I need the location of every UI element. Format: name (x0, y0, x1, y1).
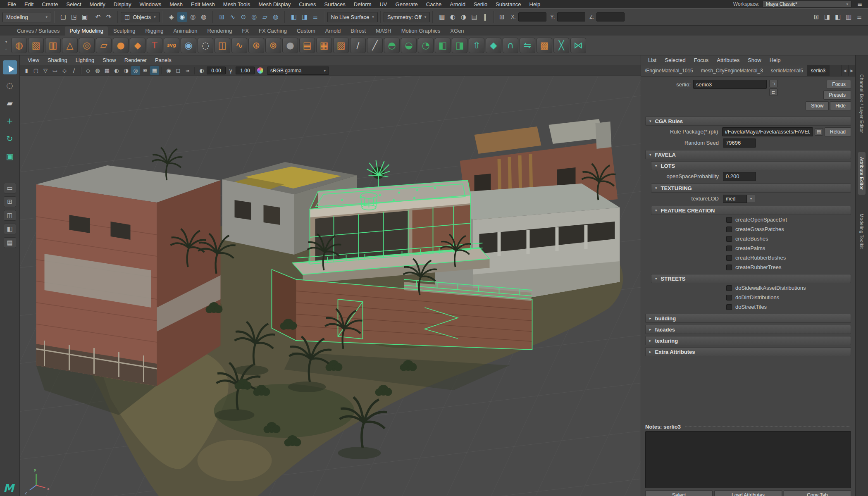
boolean-difference-icon[interactable]: ◒ (401, 38, 417, 53)
shelf-tab[interactable]: XGen (446, 26, 468, 36)
combine-icon[interactable]: ◧ (435, 38, 451, 53)
poly-grid-b-icon[interactable]: ▦ (316, 38, 332, 53)
attribute-editor-menu-item[interactable]: List (644, 57, 660, 63)
poly-super-ellipse-icon[interactable]: ● (282, 38, 298, 53)
poly-disc-icon[interactable]: ● (113, 38, 129, 53)
motion-blur-icon[interactable]: ≋ (141, 66, 150, 75)
shelf-tab[interactable]: Motion Graphics (397, 26, 445, 36)
viewport-menu-item[interactable]: View (24, 57, 43, 63)
menu-item[interactable]: Mesh Display (254, 1, 295, 7)
gamma-icon[interactable]: γ (226, 66, 235, 75)
section-lots[interactable]: ▾ LOTS (651, 161, 851, 170)
menu-item[interactable]: Display (110, 1, 136, 7)
smooth-mesh-icon[interactable]: ◌ (198, 38, 213, 53)
open-space-probability-input[interactable] (723, 172, 756, 181)
poly-cylinder-icon[interactable]: ▥ (45, 38, 61, 53)
color-management-icon[interactable] (257, 67, 263, 74)
mirror-icon[interactable]: ⇋ (520, 38, 535, 53)
toggle-panel-grid-icon[interactable]: ⊞ (811, 12, 821, 22)
platonic-solid-icon[interactable]: ◆ (130, 38, 145, 53)
shelf-menu-icon[interactable]: ▾ (5, 39, 7, 44)
poly-gear-icon[interactable]: ⊛ (248, 38, 264, 53)
viewport-menu-item[interactable]: Renderer (121, 57, 150, 63)
menu-item[interactable]: Help (525, 1, 545, 7)
shelf-tab[interactable]: Animation (169, 26, 202, 36)
snap-to-view-plane-icon[interactable]: ▱ (260, 12, 270, 22)
poly-helix-icon[interactable]: ∿ (231, 38, 247, 53)
side-panel-tab[interactable]: Modeling Toolkit (858, 209, 866, 254)
browse-folder-icon[interactable]: ▤ (815, 128, 823, 136)
snap-to-point-icon[interactable]: ⊙ (238, 12, 248, 22)
paint-select-tool-icon[interactable]: ▰ (3, 96, 17, 110)
tab-scroll-left-icon[interactable]: ◀ (841, 65, 848, 76)
input-connections-icon[interactable]: ◧ (289, 12, 299, 22)
menu-item[interactable]: Generate (391, 1, 422, 7)
select-by-hierarchy-icon[interactable]: ◈ (167, 12, 176, 22)
z-coordinate-input[interactable] (596, 12, 625, 21)
checkbox-row[interactable]: doStreetTiles (726, 302, 851, 312)
snap-to-curve-icon[interactable]: ∿ (228, 12, 238, 22)
shelf-gear-icon[interactable]: ◦ (5, 47, 7, 52)
anti-aliasing-icon[interactable]: ▦ (150, 66, 159, 75)
collapsed-section[interactable]: ▸ building (645, 314, 851, 323)
menu-item[interactable]: Modify (86, 1, 110, 7)
collapsed-section[interactable]: ▸ Extra Attributes (645, 347, 851, 356)
layout-split-pane-icon[interactable]: ◫ (4, 210, 16, 221)
poly-plane-icon[interactable]: ▱ (96, 38, 112, 53)
svg-tool-icon[interactable]: svg (164, 38, 179, 53)
pane-layout-icon[interactable]: ▮ (22, 66, 31, 75)
menu-item[interactable]: Cache (422, 1, 446, 7)
show-button[interactable]: Show (806, 101, 829, 110)
reload-button[interactable]: Reload (825, 127, 851, 136)
menu-set-selector[interactable]: Modeling ▾ (2, 12, 51, 22)
side-panel-tab[interactable]: Channel Box / Layer Editor (858, 69, 866, 138)
menu-item[interactable]: Mesh Tools (219, 1, 255, 7)
checkbox[interactable] (726, 255, 732, 261)
texture-lod-select[interactable]: med (723, 195, 747, 203)
output-connections-icon[interactable]: ◨ (300, 12, 310, 22)
footer-button[interactable]: Select (645, 490, 713, 496)
checkbox-row[interactable]: createGrassPatches (726, 224, 851, 234)
lasso-tool-icon[interactable]: ◌ (3, 78, 17, 92)
attribute-editor-menu-item[interactable]: Selected (661, 57, 689, 63)
target-weld-icon[interactable]: ╳ (553, 38, 569, 53)
menu-item[interactable]: Create (38, 1, 62, 7)
grease-pencil-icon[interactable]: ∕ (69, 66, 79, 75)
checker-deform-icon[interactable]: ▩ (537, 38, 552, 53)
checkbox[interactable] (726, 246, 732, 251)
x-coordinate-input[interactable] (518, 12, 546, 21)
checkbox-row[interactable]: createOpenSpaceDirt (726, 215, 851, 224)
undo-icon[interactable]: ↶ (93, 12, 103, 22)
select-tool-icon[interactable]: ▲ (3, 60, 17, 74)
view-transform-select[interactable]: sRGB gamma ▾ (267, 67, 329, 75)
render-settings-icon[interactable]: ▤ (469, 12, 479, 22)
menu-item[interactable]: File (3, 1, 20, 7)
node-tab[interactable]: serlioMaterial5 (767, 65, 807, 76)
new-scene-icon[interactable]: ▢ (58, 12, 68, 22)
shelf-tab[interactable]: FX (237, 26, 253, 36)
shelf-tab[interactable]: Custom (292, 26, 320, 36)
fog-icon[interactable]: ≈ (183, 66, 192, 75)
snap-to-projected-center-icon[interactable]: ◎ (249, 12, 259, 22)
node-tab[interactable]: /EngineMaterial_1015 (641, 65, 697, 76)
checkbox[interactable] (726, 285, 732, 291)
checkbox-row[interactable]: doDirtDistributions (726, 293, 851, 302)
exposure-input[interactable] (207, 67, 226, 74)
knife-icon[interactable]: ⋈ (570, 38, 586, 53)
shelf-tab[interactable]: Poly Modeling (65, 26, 108, 36)
pin-tab-icon[interactable]: ⊐ (769, 80, 777, 87)
checkbox-row[interactable]: doSidewalkAssetDistributions (726, 283, 851, 293)
hide-button[interactable]: Hide (830, 101, 851, 110)
layout-single-pane-icon[interactable]: ▭ (4, 183, 16, 193)
render-current-frame-icon[interactable]: ◐ (448, 12, 458, 22)
absolute-relative-icon[interactable]: ⊞ (497, 12, 507, 22)
menu-item[interactable]: Deform (350, 1, 376, 7)
checkbox-row[interactable]: createPalms (726, 243, 851, 253)
separate-icon[interactable]: ◨ (452, 38, 467, 53)
use-all-lights-icon[interactable]: ◐ (112, 66, 121, 75)
bridge-icon[interactable]: ∩ (503, 38, 518, 53)
checkbox[interactable] (726, 295, 732, 300)
construction-history-icon[interactable]: ≡ (310, 12, 320, 22)
shelf-tab[interactable]: Curves / Surfaces (12, 26, 64, 36)
textured-icon[interactable]: ▩ (103, 66, 112, 75)
